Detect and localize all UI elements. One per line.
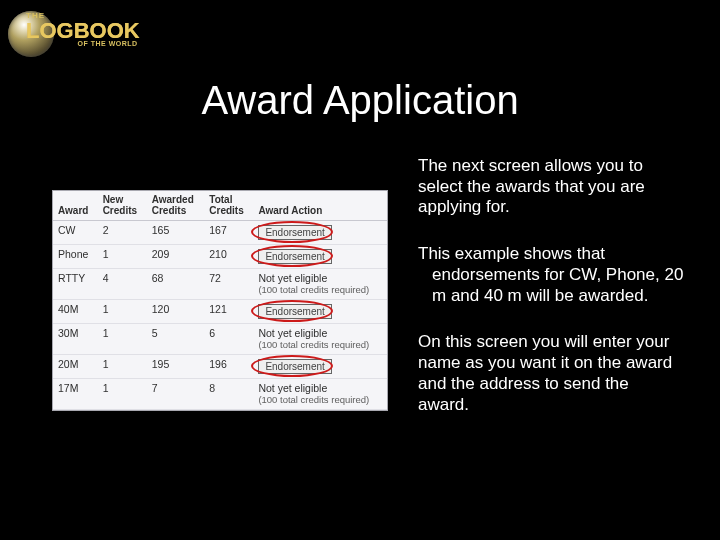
cell-total: 8 [204, 378, 253, 394]
table-row: CW2165167Endorsement [53, 221, 387, 245]
cell-pad [53, 285, 253, 300]
cell-awarded: 120 [147, 299, 205, 323]
table-row-note: (100 total credits required) [53, 340, 387, 355]
endorsement-button[interactable]: Endorsement [258, 225, 331, 240]
cell-note: (100 total credits required) [253, 395, 387, 410]
cell-awarded: 165 [147, 221, 205, 245]
cell-action: Endorsement [253, 245, 387, 269]
cell-action: Endorsement [253, 299, 387, 323]
cell-award: CW [53, 221, 98, 245]
col-new: New Credits [98, 191, 147, 221]
col-award: Award [53, 191, 98, 221]
table-row-note: (100 total credits required) [53, 285, 387, 300]
logo: THE LOGBOOK OF THE WORLD [8, 4, 148, 64]
cell-total: 6 [204, 323, 253, 339]
cell-total: 121 [204, 299, 253, 323]
cell-action: Endorsement [253, 221, 387, 245]
table-row: RTTY46872Not yet eligible [53, 269, 387, 285]
cell-award: RTTY [53, 269, 98, 285]
cell-new: 4 [98, 269, 147, 285]
cell-new: 1 [98, 299, 147, 323]
cell-awarded: 5 [147, 323, 205, 339]
desc-p1: The next screen allows you to select the… [418, 156, 684, 218]
table-row: 20M1195196Endorsement [53, 354, 387, 378]
cell-awarded: 68 [147, 269, 205, 285]
cell-new: 1 [98, 323, 147, 339]
col-action: Award Action [253, 191, 387, 221]
description-column: The next screen allows you to select the… [418, 156, 684, 441]
award-table: Award New Credits Awarded Credits Total … [53, 191, 387, 410]
cell-award: 30M [53, 323, 98, 339]
cell-action: Not yet eligible [253, 323, 387, 339]
desc-p2: This example shows that endorsements for… [418, 244, 684, 306]
col-total: Total Credits [204, 191, 253, 221]
cell-awarded: 195 [147, 354, 205, 378]
cell-pad [53, 395, 253, 410]
desc-p2a: This example shows that [418, 244, 605, 263]
endorsement-button[interactable]: Endorsement [258, 359, 331, 374]
col-awarded: Awarded Credits [147, 191, 205, 221]
cell-action: Not yet eligible [253, 269, 387, 285]
award-table-panel: Award New Credits Awarded Credits Total … [52, 190, 388, 411]
cell-action: Not yet eligible [253, 378, 387, 394]
cell-award: Phone [53, 245, 98, 269]
table-row: Phone1209210Endorsement [53, 245, 387, 269]
cell-action: Endorsement [253, 354, 387, 378]
endorsement-button[interactable]: Endorsement [258, 249, 331, 264]
table-row-note: (100 total credits required) [53, 395, 387, 410]
cell-pad [53, 340, 253, 355]
cell-total: 167 [204, 221, 253, 245]
cell-new: 1 [98, 245, 147, 269]
cell-total: 196 [204, 354, 253, 378]
logo-main: LOGBOOK [26, 20, 140, 42]
page-title: Award Application [0, 78, 720, 123]
table-row: 17M178Not yet eligible [53, 378, 387, 394]
logo-text: THE LOGBOOK OF THE WORLD [26, 12, 140, 47]
desc-p2b: endorsements for CW, Phone, 20 m and 40 … [418, 265, 684, 306]
cell-total: 72 [204, 269, 253, 285]
cell-new: 1 [98, 354, 147, 378]
table-row: 30M156Not yet eligible [53, 323, 387, 339]
table-row: 40M1120121Endorsement [53, 299, 387, 323]
table-header-row: Award New Credits Awarded Credits Total … [53, 191, 387, 221]
cell-awarded: 209 [147, 245, 205, 269]
desc-p3: On this screen you will enter your name … [418, 332, 684, 415]
cell-total: 210 [204, 245, 253, 269]
cell-awarded: 7 [147, 378, 205, 394]
cell-new: 1 [98, 378, 147, 394]
cell-award: 17M [53, 378, 98, 394]
cell-award: 40M [53, 299, 98, 323]
cell-note: (100 total credits required) [253, 285, 387, 300]
cell-note: (100 total credits required) [253, 340, 387, 355]
cell-award: 20M [53, 354, 98, 378]
cell-new: 2 [98, 221, 147, 245]
endorsement-button[interactable]: Endorsement [258, 304, 331, 319]
